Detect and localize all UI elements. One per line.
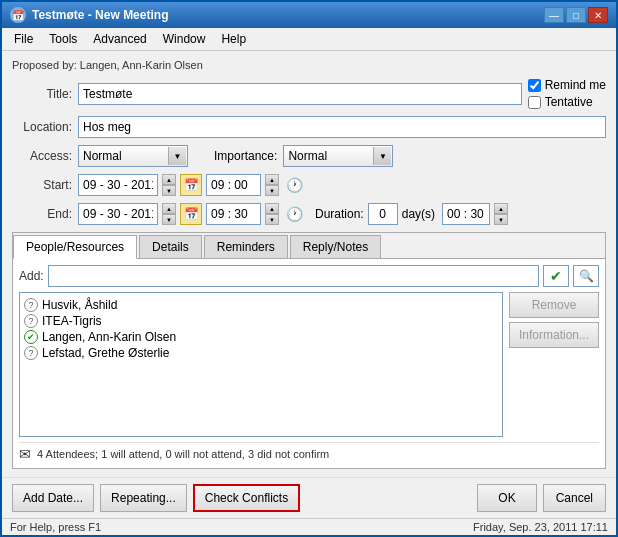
menu-file[interactable]: File: [6, 30, 41, 48]
remind-me-label[interactable]: Remind me: [528, 78, 606, 92]
add-check-button[interactable]: ✔: [543, 265, 569, 287]
title-row: Title: Remind me Tentative: [12, 78, 606, 109]
close-button[interactable]: ✕: [588, 7, 608, 23]
add-search-button[interactable]: 🔍: [573, 265, 599, 287]
end-label: End:: [12, 207, 72, 221]
menu-window[interactable]: Window: [155, 30, 214, 48]
tab-people-resources[interactable]: People/Resources: [13, 235, 137, 259]
location-row: Location:: [12, 116, 606, 138]
people-area: ? Husvik, Åshild ? ITEA-Tigris ✔ Langen,…: [19, 292, 599, 437]
content-area: Proposed by: Langen, Ann-Karin Olsen Tit…: [2, 51, 616, 477]
end-date-spinner[interactable]: ▲ ▼: [162, 203, 176, 225]
add-person-input[interactable]: [48, 265, 539, 287]
add-label: Add:: [19, 269, 44, 283]
ok-button[interactable]: OK: [477, 484, 536, 512]
start-time-down[interactable]: ▼: [265, 185, 279, 196]
title-controls: — □ ✕: [544, 7, 608, 23]
title-input[interactable]: [78, 83, 522, 105]
people-side-buttons: Remove Information...: [509, 292, 599, 437]
list-item: ? Husvik, Åshild: [24, 297, 498, 313]
menu-help[interactable]: Help: [213, 30, 254, 48]
attendees-info-row: ✉ 4 Attendees; 1 will attend, 0 will not…: [19, 442, 599, 462]
end-clock-button[interactable]: 🕐: [283, 203, 305, 225]
end-datetime: ▲ ▼ 📅 ▲ ▼ 🕐 Duration: day(s) ▲ ▼: [78, 203, 508, 225]
tab-reminders[interactable]: Reminders: [204, 235, 288, 258]
tentative-label[interactable]: Tentative: [528, 95, 606, 109]
importance-select-wrapper: Normal High Low ▼: [283, 145, 393, 167]
check-conflicts-button[interactable]: Check Conflicts: [193, 484, 300, 512]
start-clock-button[interactable]: 🕐: [283, 174, 305, 196]
bottom-bar: Add Date... Repeating... Check Conflicts…: [2, 477, 616, 518]
maximize-button[interactable]: □: [566, 7, 586, 23]
person-status-icon: ?: [24, 314, 38, 328]
attendees-info-text: 4 Attendees; 1 will attend, 0 will not a…: [37, 448, 329, 460]
menu-bar: File Tools Advanced Window Help: [2, 28, 616, 51]
title-bar: 📅 Testmøte - New Meeting — □ ✕: [2, 2, 616, 28]
tentative-text: Tentative: [545, 95, 593, 109]
mail-icon: ✉: [19, 446, 31, 462]
end-date-down[interactable]: ▼: [162, 214, 176, 225]
tab-bar: People/Resources Details Reminders Reply…: [13, 233, 605, 259]
end-time-input[interactable]: [206, 203, 261, 225]
end-date-up[interactable]: ▲: [162, 203, 176, 214]
tab-details[interactable]: Details: [139, 235, 202, 258]
status-bar: For Help, press F1 Friday, Sep. 23, 2011…: [2, 518, 616, 535]
person-status-icon: ✔: [24, 330, 38, 344]
list-item: ? Lefstad, Grethe Østerlie: [24, 345, 498, 361]
duration-label: Duration:: [315, 207, 364, 221]
access-select[interactable]: Normal Personal Private Confidential: [78, 145, 188, 167]
end-calendar-button[interactable]: 📅: [180, 203, 202, 225]
bottom-right-buttons: OK Cancel: [477, 484, 606, 512]
person-status-icon: ?: [24, 298, 38, 312]
checkboxes: Remind me Tentative: [528, 78, 606, 109]
repeating-button[interactable]: Repeating...: [100, 484, 187, 512]
menu-advanced[interactable]: Advanced: [85, 30, 154, 48]
start-date-spinner[interactable]: ▲ ▼: [162, 174, 176, 196]
person-status-icon: ?: [24, 346, 38, 360]
start-time-spinner[interactable]: ▲ ▼: [265, 174, 279, 196]
duration-up[interactable]: ▲: [494, 203, 508, 214]
add-row: Add: ✔ 🔍: [19, 265, 599, 287]
menu-tools[interactable]: Tools: [41, 30, 85, 48]
tentative-checkbox[interactable]: [528, 96, 541, 109]
start-calendar-button[interactable]: 📅: [180, 174, 202, 196]
tab-content-people: Add: ✔ 🔍 ? Husvik, Åshild ? ITEA-T: [13, 259, 605, 468]
cancel-button[interactable]: Cancel: [543, 484, 606, 512]
start-date-down[interactable]: ▼: [162, 185, 176, 196]
duration-down[interactable]: ▼: [494, 214, 508, 225]
importance-label: Importance:: [214, 149, 277, 163]
remind-me-text: Remind me: [545, 78, 606, 92]
location-input[interactable]: [78, 116, 606, 138]
duration-spinner[interactable]: ▲ ▼: [494, 203, 508, 225]
add-date-button[interactable]: Add Date...: [12, 484, 94, 512]
bottom-left-buttons: Add Date... Repeating... Check Conflicts: [12, 484, 300, 512]
person-name: Langen, Ann-Karin Olsen: [42, 330, 176, 344]
person-name: Husvik, Åshild: [42, 298, 117, 312]
duration-input[interactable]: [368, 203, 398, 225]
end-time-spinner[interactable]: ▲ ▼: [265, 203, 279, 225]
remind-me-checkbox[interactable]: [528, 79, 541, 92]
access-row: Access: Normal Personal Private Confiden…: [12, 145, 606, 167]
importance-select[interactable]: Normal High Low: [283, 145, 393, 167]
end-time-down[interactable]: ▼: [265, 214, 279, 225]
tab-reply-notes[interactable]: Reply/Notes: [290, 235, 381, 258]
information-button[interactable]: Information...: [509, 322, 599, 348]
tabs-area: People/Resources Details Reminders Reply…: [12, 232, 606, 469]
minimize-button[interactable]: —: [544, 7, 564, 23]
title-bar-left: 📅 Testmøte - New Meeting: [10, 7, 168, 23]
list-item: ? ITEA-Tigris: [24, 313, 498, 329]
start-datetime: ▲ ▼ 📅 ▲ ▼ 🕐: [78, 174, 305, 196]
days-label: day(s): [402, 207, 435, 221]
start-time-up[interactable]: ▲: [265, 174, 279, 185]
duration-time-input[interactable]: [442, 203, 490, 225]
remove-button[interactable]: Remove: [509, 292, 599, 318]
start-date-up[interactable]: ▲: [162, 174, 176, 185]
people-list: ? Husvik, Åshild ? ITEA-Tigris ✔ Langen,…: [19, 292, 503, 437]
end-date-input[interactable]: [78, 203, 158, 225]
start-label: Start:: [12, 178, 72, 192]
access-select-wrapper: Normal Personal Private Confidential ▼: [78, 145, 188, 167]
location-label: Location:: [12, 120, 72, 134]
end-time-up[interactable]: ▲: [265, 203, 279, 214]
start-time-input[interactable]: [206, 174, 261, 196]
start-date-input[interactable]: [78, 174, 158, 196]
